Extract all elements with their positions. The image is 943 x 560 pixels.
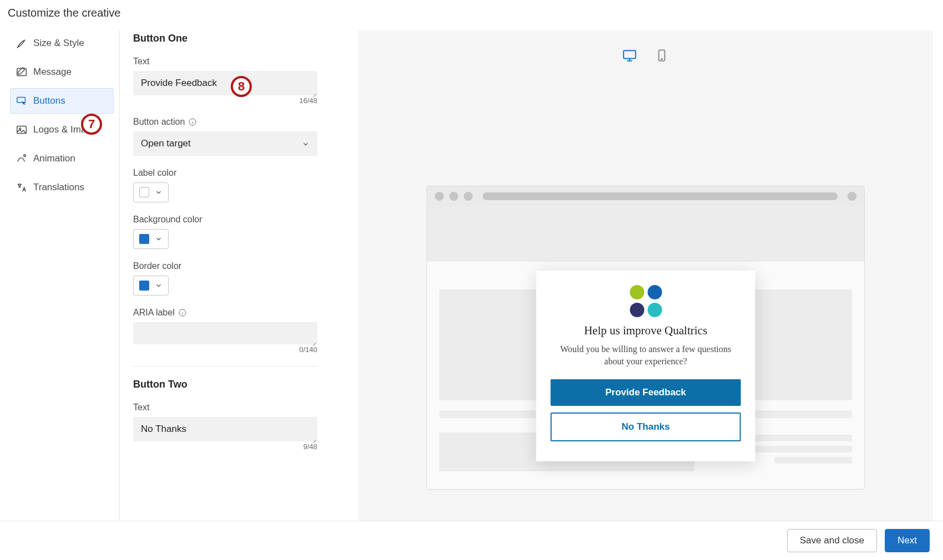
translate-icon (16, 181, 28, 194)
aria-label-label: ARIA label (133, 308, 317, 318)
border-color-picker[interactable] (133, 276, 169, 296)
button-action-label: Button action (133, 117, 317, 127)
edit-icon (16, 66, 28, 78)
next-button[interactable]: Next (885, 529, 930, 552)
color-swatch (139, 187, 149, 197)
modal-subtitle: Would you be willing to answer a few que… (551, 343, 741, 367)
traffic-dot (464, 192, 473, 201)
svg-point-4 (24, 155, 26, 157)
footer: Save and close Next (0, 521, 943, 560)
traffic-dot (449, 192, 458, 201)
background-color-picker[interactable] (133, 229, 169, 249)
char-count: 0/140 (133, 345, 317, 354)
sidebar-item-label: Size & Style (33, 38, 84, 49)
mobile-icon[interactable] (655, 48, 669, 65)
char-count: 9/48 (133, 442, 317, 451)
sidebar: Size & Style Message Buttons Logos & Ima… (10, 30, 120, 524)
paintbrush-icon (16, 37, 28, 49)
traffic-dot (848, 192, 856, 201)
chevron-down-icon (155, 189, 163, 196)
address-bar-placeholder (483, 192, 838, 200)
page-title: Customize the creative (0, 0, 943, 30)
preview-area: Help us improve Qualtrics Would you be w… (331, 30, 933, 524)
sidebar-item-animation[interactable]: Animation (10, 146, 114, 171)
save-and-close-button[interactable]: Save and close (787, 529, 877, 552)
border-color-label: Border color (133, 261, 317, 271)
chevron-down-icon (155, 282, 163, 289)
char-count: 16/48 (133, 96, 317, 105)
chevron-down-icon (302, 140, 310, 147)
image-icon (16, 124, 28, 136)
cursor-icon (16, 95, 28, 107)
sidebar-item-message[interactable]: Message (10, 59, 114, 85)
button-action-dropdown[interactable]: Open target (133, 131, 317, 156)
preview-primary-button[interactable]: Provide Feedback (551, 379, 741, 406)
preview-modal: Help us improve Qualtrics Would you be w… (536, 271, 756, 461)
traffic-dot (435, 192, 444, 201)
section-heading-button-two: Button Two (133, 379, 317, 390)
color-swatch (139, 281, 149, 291)
button-two-text-input[interactable]: No Thanks (133, 417, 317, 441)
animation-icon (16, 152, 28, 165)
sidebar-item-label: Buttons (33, 95, 65, 106)
browser-body: Help us improve Qualtrics Would you be w… (427, 206, 864, 489)
label-color-picker[interactable] (133, 182, 169, 202)
label-color-label: Label color (133, 168, 317, 178)
chevron-down-icon (155, 235, 163, 243)
button-one-text-input[interactable]: Provide Feedback (133, 71, 317, 95)
color-swatch (139, 234, 149, 244)
background-color-label: Background color (133, 215, 317, 225)
svg-rect-1 (17, 98, 26, 103)
sidebar-item-label: Logos & Imag... (33, 124, 99, 135)
svg-point-9 (661, 59, 662, 60)
text-label: Text (133, 57, 317, 67)
text-label: Text (133, 403, 317, 413)
sidebar-item-translations[interactable]: Translations (10, 175, 114, 200)
desktop-icon[interactable] (622, 48, 637, 65)
sidebar-item-buttons[interactable]: Buttons (10, 88, 114, 114)
preview-secondary-button[interactable]: No Thanks (551, 413, 741, 441)
browser-chrome (427, 186, 864, 206)
properties-panel: Button One Text Provide Feedback 16/48 8… (120, 30, 331, 524)
sidebar-item-label: Animation (33, 153, 75, 164)
device-toggle (358, 30, 933, 65)
sidebar-item-label: Translations (33, 182, 84, 193)
browser-mock: Help us improve Qualtrics Would you be w… (427, 186, 865, 490)
info-icon (178, 308, 187, 317)
sidebar-item-label: Message (33, 67, 72, 78)
sidebar-item-size-style[interactable]: Size & Style (10, 30, 114, 56)
divider (133, 366, 317, 366)
logo-icon (551, 285, 741, 317)
svg-rect-7 (623, 50, 636, 58)
info-icon (188, 118, 197, 126)
modal-title: Help us improve Qualtrics (551, 324, 741, 338)
section-heading-button-one: Button One (133, 33, 317, 44)
sidebar-item-logos-images[interactable]: Logos & Imag... (10, 117, 114, 142)
aria-label-input[interactable] (133, 322, 317, 344)
